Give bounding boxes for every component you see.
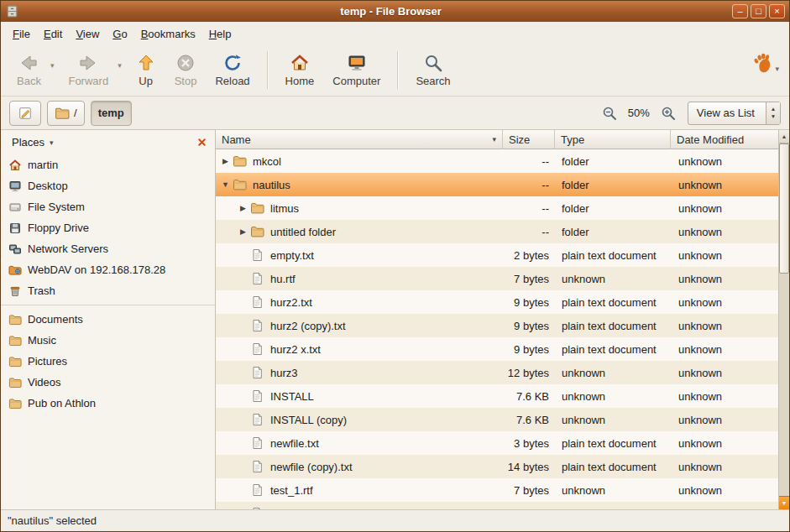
sidebar-item-videos[interactable]: Videos	[1, 372, 215, 393]
file-type: plain text document	[555, 249, 671, 262]
up-button[interactable]: Up	[127, 47, 165, 93]
column-header-size[interactable]: Size	[503, 130, 555, 149]
view-selector-stepper[interactable]: ▲▼	[766, 102, 780, 124]
file-list-body: ▶mkcol--folderunknown▼nautilus--folderun…	[216, 149, 778, 509]
column-header-type[interactable]: Type	[555, 130, 671, 149]
file-row[interactable]: INSTALL7.6 KBunknownunknown	[216, 384, 778, 408]
sidebar-item-label: Network Servers	[28, 243, 108, 255]
file-panel: Name ▾ Size Type Date Modified ▶mkcol--f…	[216, 130, 789, 509]
expander-icon[interactable]: ▼	[220, 180, 231, 189]
column-headers: Name ▾ Size Type Date Modified	[216, 130, 778, 149]
toolbar-button-label: Forward	[68, 75, 108, 87]
computer-button[interactable]: Computer	[323, 47, 390, 93]
scrollbar-thumb[interactable]	[779, 143, 789, 274]
expander-icon[interactable]: ▶	[238, 204, 249, 212]
sidebar-item-label: Pub on Athlon	[28, 397, 96, 409]
chevron-down-icon: ▼	[771, 113, 776, 121]
file-type: folder	[555, 155, 671, 168]
sidebar-item-desktop[interactable]: Desktop	[1, 175, 215, 196]
file-row[interactable]: newfile.txt3 bytesplain text documentunk…	[216, 431, 778, 455]
main-area: Places ▾ martinDesktopFile SystemFloppy …	[1, 130, 789, 509]
menu-file[interactable]: File	[6, 24, 37, 44]
expander-icon[interactable]: ▶	[238, 227, 249, 236]
sidebar-item-label: Music	[28, 334, 56, 347]
file-type: plain text document	[555, 296, 671, 309]
file-row[interactable]: hurz2 x.txt9 bytesplain text documentunk…	[216, 337, 778, 361]
file-row[interactable]: hurz312 bytesunknownunknown	[216, 361, 778, 384]
view-selector[interactable]: View as List ▲▼	[688, 102, 781, 125]
vertical-scrollbar[interactable]: ▲ ▼	[778, 130, 789, 509]
home-button[interactable]: Home	[276, 47, 324, 93]
path-button-temp[interactable]: temp	[91, 101, 132, 126]
desktop-icon	[8, 180, 22, 193]
file-row[interactable]: ▼nautilus--folderunknown	[216, 173, 778, 196]
file-row[interactable]: ▶untitled folder--folderunknown	[216, 220, 778, 243]
maximize-button[interactable]: □	[751, 4, 766, 18]
file-row[interactable]: hu.rtf7 bytesunknownunknown	[216, 267, 778, 290]
file-name: empty.txt	[270, 249, 314, 262]
file-row[interactable]: ▶mkcol--folderunknown	[216, 149, 778, 173]
file-row[interactable]: newfile (copy).txt14 bytesplain text doc…	[216, 455, 778, 478]
sidebar-item-pictures[interactable]: Pictures	[1, 351, 215, 372]
menu-view[interactable]: View	[69, 24, 106, 44]
file-name: newfile.txt	[270, 437, 319, 450]
scroll-up-button[interactable]: ▲	[779, 130, 789, 143]
sidebar-item-file-system[interactable]: File System	[1, 196, 215, 217]
titlebar[interactable]: temp - File Browser – □ ×	[1, 1, 789, 22]
zoom-out-button[interactable]	[599, 103, 620, 123]
file-row[interactable]: untitled folder (2)1.7 KBunknownunknown	[216, 502, 778, 509]
sidebar-item-trash[interactable]: Trash	[1, 280, 215, 301]
file-date-modified: unknown	[671, 414, 778, 426]
file-icon	[250, 248, 264, 262]
sidebar-list: martinDesktopFile SystemFloppy DriveNetw…	[1, 154, 215, 414]
column-header-date-modified[interactable]: Date Modified	[671, 130, 778, 149]
menu-bookmarks[interactable]: Bookmarks	[134, 24, 202, 44]
sidebar-item-label: Desktop	[28, 180, 68, 192]
file-name: INSTALL	[270, 390, 314, 403]
gnome-menu-button[interactable]: ▾	[748, 47, 782, 93]
sidebar-item-music[interactable]: Music	[1, 330, 215, 351]
zoom-level: 50%	[625, 107, 652, 119]
file-row[interactable]: INSTALL (copy)7.6 KBunknownunknown	[216, 408, 778, 431]
menu-go[interactable]: Go	[106, 24, 133, 44]
file-row[interactable]: test_1.rtf7 bytesunknownunknown	[216, 478, 778, 502]
places-dropdown[interactable]: Places ▾	[7, 133, 59, 151]
reload-button[interactable]: Reload	[206, 47, 259, 93]
search-button[interactable]: Search	[406, 47, 459, 93]
file-date-modified: unknown	[671, 343, 778, 356]
forward-button: Forward	[59, 47, 118, 93]
toolbar: Back▾Forward▾UpStopReloadHomeComputerSea…	[1, 45, 789, 96]
sidebar-item-documents[interactable]: Documents	[1, 309, 215, 330]
minimize-button[interactable]: –	[732, 4, 748, 18]
sidebar-item-floppy-drive[interactable]: Floppy Drive	[1, 217, 215, 238]
sidebar-item-webdav-on-192-168-178-28[interactable]: WebDAV on 192.168.178.28	[1, 259, 215, 280]
file-browser-window: temp - File Browser – □ × FileEditViewGo…	[0, 0, 790, 532]
menu-edit[interactable]: Edit	[37, 24, 69, 44]
expander-icon[interactable]: ▶	[220, 157, 231, 165]
column-header-name[interactable]: Name ▾	[216, 130, 503, 149]
sidebar-item-label: Documents	[28, 313, 83, 326]
zoom-in-icon	[661, 106, 676, 121]
file-row[interactable]: ▶litmus--folderunknown	[216, 196, 778, 220]
close-sidebar-button[interactable]	[194, 135, 209, 150]
file-date-modified: unknown	[671, 273, 778, 285]
sidebar-item-network-servers[interactable]: Network Servers	[1, 238, 215, 259]
toolbar-separator	[397, 51, 399, 89]
toggle-location-entry-button[interactable]	[9, 101, 41, 126]
file-type: unknown	[555, 367, 671, 379]
file-size: --	[503, 226, 555, 238]
chevron-down-icon: ▾	[50, 47, 60, 93]
toolbar-spacer	[460, 47, 749, 93]
menu-help[interactable]: Help	[202, 24, 238, 44]
file-name: hurz2 (copy).txt	[270, 320, 346, 332]
file-row[interactable]: hurz2 (copy).txt9 bytesplain text docume…	[216, 314, 778, 337]
sidebar-item-pub-on-athlon[interactable]: Pub on Athlon	[1, 393, 215, 414]
zoom-in-button[interactable]	[658, 103, 678, 123]
column-label: Name	[222, 133, 251, 146]
file-row[interactable]: empty.txt2 bytesplain text documentunkno…	[216, 243, 778, 267]
close-button[interactable]: ×	[769, 4, 785, 18]
path-button-root[interactable]: /	[47, 101, 85, 126]
sidebar-item-martin[interactable]: martin	[1, 154, 215, 175]
file-row[interactable]: hurz2.txt9 bytesplain text documentunkno…	[216, 290, 778, 314]
scroll-down-button[interactable]: ▼	[779, 496, 789, 509]
